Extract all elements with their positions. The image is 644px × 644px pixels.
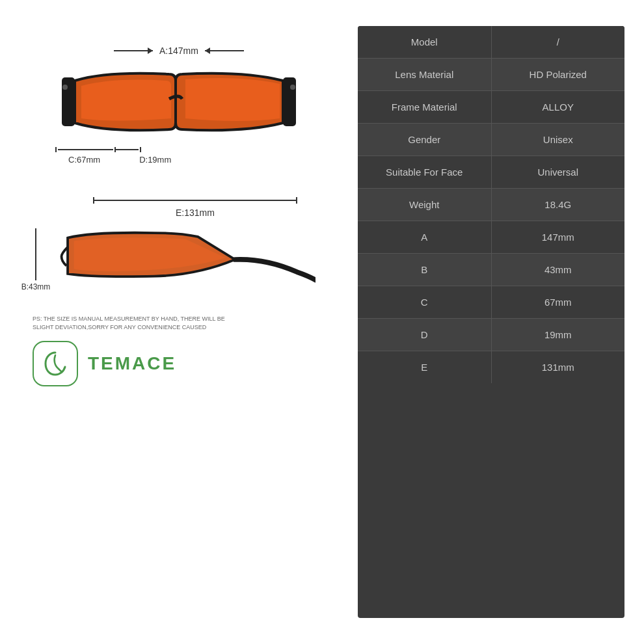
dim-b-label: B:43mm [15,282,57,291]
svg-rect-1 [283,77,296,126]
dim-d-label: D:19mm [133,155,178,165]
spec-value: 18.4G [492,189,625,221]
side-view-row: B:43mm [20,224,338,295]
ps-note: PS: THE SIZE IS MANUAL MEASUREMENT BY HA… [33,315,228,331]
spec-row: Weight18.4G [358,189,624,221]
left-panel: A:147mm [20,26,338,618]
spec-table: Model/Lens MaterialHD PolarizedFrame Mat… [358,26,624,383]
spec-value: ALLOY [492,91,625,123]
spec-value: 131mm [492,351,625,383]
spec-key: E [358,351,492,383]
cd-dims: C:67mm D:19mm [20,147,338,165]
glasses-side-view [55,224,315,295]
spec-row: B43mm [358,254,624,286]
side-diagram: E:131mm B:43mm [20,197,338,295]
top-diagram: A:147mm [20,46,338,165]
spec-key: Lens Material [358,59,492,90]
spec-value: Unisex [492,124,625,155]
spec-value: 19mm [492,319,625,351]
spec-row: D19mm [358,319,624,351]
spec-row: GenderUnisex [358,124,624,156]
svg-point-2 [62,85,68,90]
dim-e-row [20,197,338,204]
spec-key: C [358,286,492,318]
right-panel: Model/Lens MaterialHD PolarizedFrame Mat… [358,26,624,618]
spec-key: Weight [358,189,492,221]
dimension-a: A:147mm [20,46,338,56]
dim-e-label: E:131mm [169,208,221,218]
spec-row: Model/ [358,26,624,59]
spec-value: 147mm [492,221,625,253]
spec-row: E131mm [358,351,624,383]
spec-value: Universal [492,156,625,188]
spec-value: 67mm [492,286,625,318]
spec-key: B [358,254,492,286]
brand-name: TEMACE [88,353,176,374]
brand-logo: TEMACE [33,341,176,386]
spec-row: C67mm [358,286,624,319]
dim-a-label: A:147mm [153,46,205,56]
svg-rect-0 [62,77,75,126]
brand-section: PS: THE SIZE IS MANUAL MEASUREMENT BY HA… [20,315,338,386]
spec-key: A [358,221,492,253]
spec-row: Suitable For FaceUniversal [358,156,624,189]
spec-row: A147mm [358,221,624,254]
spec-value: 43mm [492,254,625,286]
spec-key: Suitable For Face [358,156,492,188]
spec-row: Frame MaterialALLOY [358,91,624,124]
spec-key: D [358,319,492,351]
spec-value: HD Polarized [492,59,625,90]
spec-row: Lens MaterialHD Polarized [358,59,624,91]
spec-value: / [492,26,625,58]
logo-circle [33,341,78,386]
glasses-top-view [55,61,302,146]
svg-point-3 [290,85,295,90]
spec-key: Model [358,26,492,58]
spec-key: Frame Material [358,91,492,123]
dim-c-label: C:67mm [62,155,107,165]
dim-b-vert: B:43mm [20,228,52,291]
spec-key: Gender [358,124,492,155]
